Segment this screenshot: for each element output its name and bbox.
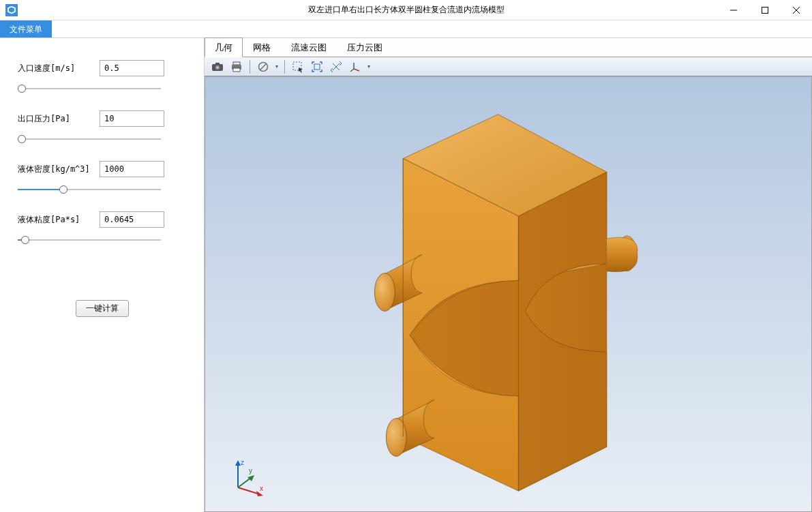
menu-bar: 文件菜单 xyxy=(0,20,812,38)
zoom-extents-icon[interactable] xyxy=(308,59,326,74)
print-icon[interactable] xyxy=(228,59,245,74)
window-title: 双左进口单右出口长方体双半圆柱复合流道内流场模型 xyxy=(0,4,812,16)
svg-point-7 xyxy=(216,66,218,68)
camera-icon[interactable] xyxy=(209,59,226,74)
svg-rect-14 xyxy=(314,64,320,70)
compute-button[interactable]: 一键计算 xyxy=(76,300,129,317)
viscosity-label: 液体粘度[Pa*s] xyxy=(18,214,93,226)
main-area: 入口速度[m/s] 出口压力[Pa] 液体密度[kg/m^3] xyxy=(0,38,812,512)
tab-pressure-contour[interactable]: 压力云图 xyxy=(337,37,393,57)
maximize-button[interactable] xyxy=(749,0,781,20)
3d-viewport[interactable]: z x y xyxy=(205,76,812,512)
parameter-panel: 入口速度[m/s] 出口压力[Pa] 液体密度[kg/m^3] xyxy=(0,38,205,512)
viscosity-input[interactable] xyxy=(100,211,164,228)
svg-line-12 xyxy=(260,63,267,70)
inlet-velocity-label: 入口速度[m/s] xyxy=(18,63,93,74)
tab-mesh[interactable]: 网格 xyxy=(243,37,281,57)
tab-bar: 几何 网格 流速云图 压力云图 xyxy=(205,38,812,57)
x-axis-label: x xyxy=(260,485,263,492)
svg-rect-8 xyxy=(233,62,240,65)
axis-triad-dropdown[interactable]: ▾ xyxy=(365,63,372,70)
inlet-velocity-slider[interactable] xyxy=(18,83,161,94)
window-controls xyxy=(718,0,812,20)
no-entry-icon[interactable] xyxy=(254,59,272,74)
tab-velocity-contour[interactable]: 流速云图 xyxy=(281,37,337,57)
viewer-toolbar: ▾ ▾ xyxy=(205,57,812,76)
coordinate-triad: z x y xyxy=(226,457,267,498)
density-slider[interactable] xyxy=(18,184,161,195)
geometry-model xyxy=(205,77,811,511)
minimize-button[interactable] xyxy=(718,0,749,20)
outlet-pressure-input[interactable] xyxy=(100,110,164,127)
outlet-pressure-label: 出口压力[Pa] xyxy=(18,113,93,125)
svg-point-23 xyxy=(374,273,395,312)
outlet-pressure-slider[interactable] xyxy=(18,134,161,145)
param-outlet-pressure: 出口压力[Pa] xyxy=(18,110,186,145)
no-entry-dropdown[interactable]: ▾ xyxy=(273,63,280,70)
select-box-icon[interactable] xyxy=(289,59,307,74)
svg-line-19 xyxy=(350,69,354,72)
file-menu[interactable]: 文件菜单 xyxy=(0,20,52,37)
viscosity-slider[interactable] xyxy=(18,235,161,245)
param-viscosity: 液体粘度[Pa*s] xyxy=(18,211,186,245)
z-axis-label: z xyxy=(241,459,244,466)
svg-point-24 xyxy=(386,419,406,457)
svg-line-29 xyxy=(238,487,260,494)
svg-rect-5 xyxy=(215,63,220,65)
svg-rect-10 xyxy=(233,68,240,72)
app-icon xyxy=(5,4,18,16)
tab-geometry[interactable]: 几何 xyxy=(205,37,243,57)
rotate-icon[interactable] xyxy=(327,59,345,74)
title-bar: 双左进口单右出口长方体双半圆柱复合流道内流场模型 xyxy=(0,0,812,20)
view-panel: 几何 网格 流速云图 压力云图 ▾ xyxy=(205,38,812,512)
y-axis-label: y xyxy=(249,467,252,475)
param-inlet-velocity: 入口速度[m/s] xyxy=(18,60,186,94)
axis-triad-icon[interactable] xyxy=(346,59,364,74)
svg-marker-32 xyxy=(247,475,254,481)
inlet-velocity-input[interactable] xyxy=(100,60,164,76)
svg-rect-1 xyxy=(762,7,768,13)
density-label: 液体密度[kg/m^3] xyxy=(18,164,93,175)
svg-marker-28 xyxy=(235,460,241,466)
param-density: 液体密度[kg/m^3] xyxy=(18,161,186,195)
density-input[interactable] xyxy=(100,161,164,177)
close-button[interactable] xyxy=(781,0,812,20)
svg-line-18 xyxy=(354,69,359,71)
